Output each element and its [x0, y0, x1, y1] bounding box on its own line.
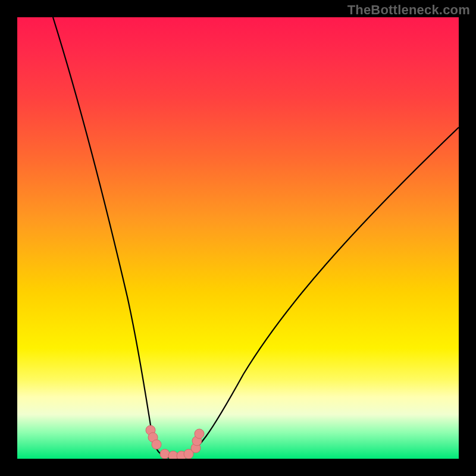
- chart-area: [17, 17, 459, 459]
- curve-right: [178, 127, 459, 459]
- data-dots: [146, 425, 204, 459]
- watermark-text: TheBottleneck.com: [347, 2, 470, 18]
- svg-point-4: [168, 451, 178, 459]
- curve-layer: [17, 17, 459, 459]
- svg-point-9: [195, 429, 204, 439]
- curve-left: [53, 17, 178, 459]
- svg-point-3: [160, 449, 170, 459]
- svg-point-2: [152, 440, 161, 449]
